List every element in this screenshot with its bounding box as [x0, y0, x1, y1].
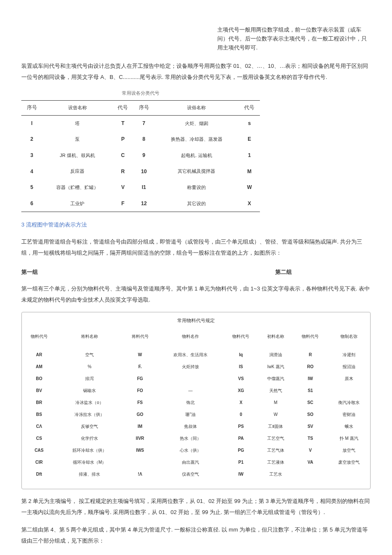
table-row: BS冷冻拉水（供）GO珊"油0WSO密财油 [22, 409, 370, 421]
table-cell: 0 [224, 409, 258, 421]
t2-h7: 物制名弥 [328, 328, 370, 349]
table-cell: 工艺空气 [258, 433, 293, 445]
table-cell: 饰北 [157, 397, 223, 409]
paragraph-1: 装置或车间代号和主项代号由设计总负责人在开工报告中给定；设备顺序号用两位数字 0… [21, 61, 371, 83]
t1-h4: 设俗名称 [154, 101, 239, 116]
table-cell: AR [22, 349, 56, 361]
table-cell: 扑 M 蒸汽 [328, 433, 370, 445]
table-cell: 放空气 [328, 445, 370, 456]
table-cell: 工艺气体 [258, 445, 293, 456]
table-cell: CIR [22, 456, 56, 468]
table-cell: RO [293, 361, 328, 373]
table-cell: IW [293, 373, 328, 385]
table-cell: SV [293, 421, 328, 433]
table-cell: 9 [133, 148, 154, 164]
t2-h2: 将料代号 [123, 328, 157, 349]
table-row: BV锅喻水FO—XG天然气S1 [22, 385, 370, 397]
table-cell: 冷冰盐水（o） [56, 397, 122, 409]
table-cell: 排泻 [56, 373, 122, 385]
group1-label: 第一组 [21, 267, 196, 277]
table-cell: M [258, 397, 293, 409]
table-cell: 反应器 [42, 164, 112, 180]
table-row: I塔T7火炬、烟囱s [21, 115, 260, 131]
table-row: CS化学拧水IIVR热水（同）PA工艺空气TS扑 M 蒸汽 [22, 433, 370, 445]
t2-h5: 初料名称 [258, 328, 293, 349]
table-cell: AM [22, 361, 56, 373]
table-cell: S1 [293, 385, 328, 397]
t2-h3: 物料名作 [157, 328, 223, 349]
table-cell: FG [123, 373, 157, 385]
table-cell: 原木 [328, 373, 370, 385]
table-cell: IW [224, 468, 258, 480]
group2-label: 第二组 [196, 267, 371, 277]
table-cell: 化学拧水 [56, 433, 122, 445]
table-cell: 工Ⅱ固体 [258, 421, 293, 433]
table-cell: 天然气 [258, 385, 293, 397]
table-cell: 工业炉 [42, 196, 112, 212]
table-cell: 起电机. 运输机 [154, 148, 239, 164]
table-cell [157, 373, 223, 385]
table-cell: 欢用水、生活用水 [157, 349, 223, 361]
paragraph-2: 工艺管道用管道组合号标注，管道组合号由四部分组成，即管道号（或管段号，由三个单元… [21, 236, 371, 259]
table-cell: 润滑油 [258, 349, 293, 361]
table-cell: 7 [133, 115, 154, 131]
table-cell: 焦叔体 [157, 421, 223, 433]
t1-h1: 设曾名称 [42, 101, 112, 116]
table-row: AM%F.火炬掉放ISIwK 蒸汽RO报沼油 [22, 361, 370, 373]
table2-container: 常用物料代号规定 物料代号 将料名称 将料代号 物料名作 物料代号 初料名称 物… [21, 312, 371, 489]
table-cell: 报沼油 [328, 361, 370, 373]
table-row: 5容器（贮槽、贮罐）VI1称量设的W [21, 180, 260, 196]
table-cell: 珊"油 [157, 409, 223, 421]
table-cell: Iq [224, 349, 258, 361]
table-cell: 1 [239, 148, 260, 164]
table-cell: W [239, 180, 260, 196]
table-cell: 其它设的 [154, 196, 239, 212]
table-cell: 10 [133, 164, 154, 180]
table-cell: JR 煤机、鼓风机 [42, 148, 112, 164]
t2-h0: 物料代号 [22, 328, 56, 349]
table-cell [123, 456, 157, 468]
table-cell: 泵 [42, 131, 112, 148]
table-cell: 3 [21, 148, 42, 164]
table-cell: IWS [123, 445, 157, 456]
table-cell: 仪表空气 [157, 468, 223, 480]
table-cell: I [21, 115, 42, 131]
table-cell: PA [224, 433, 258, 445]
table-cell: 塔 [42, 115, 112, 131]
table-cell: 火炬、烟囱 [154, 115, 239, 131]
table-cell: BV [22, 385, 56, 397]
table-cell: 8 [133, 131, 154, 148]
table-cell: R [293, 349, 328, 361]
table-cell: FO [123, 385, 157, 397]
table-cell: CAS [22, 445, 56, 456]
table-cell: 工艺水 [258, 468, 293, 480]
table-cell: R [112, 164, 133, 180]
top-note: 主项代号一般用两位数字组成，前一位数字表示装置（或车间）代号。后一位数字表示主项… [217, 26, 371, 52]
table-cell: IS [224, 361, 258, 373]
table-cell [328, 385, 370, 397]
table-cell: % [56, 361, 122, 373]
table-cell: IM [123, 421, 157, 433]
paragraph-5: 第二组由第 4、第 5 两个单元组成，其中第 4 单元为管道尺寸. 一般标注公称… [21, 524, 371, 546]
table-cell: 反够空气 [56, 421, 122, 433]
table-row: BO排泻FGVS中馏蒸汽IW原木 [22, 373, 370, 385]
table-cell: 冷灌剂 [328, 349, 370, 361]
table-cell: GO [123, 409, 157, 421]
table-row: 4反应器R10其它机械及搅拌器M [21, 164, 260, 180]
t2-h1: 将料名称 [56, 328, 122, 349]
table-cell: TS [293, 433, 328, 445]
table-cell: 热水（同） [157, 433, 223, 445]
table-cell: — [157, 385, 223, 397]
table-cell: 冷冻拉水（供） [56, 409, 122, 421]
table-cell: Dft [22, 468, 56, 480]
table-cell: !Λ [123, 468, 157, 480]
paragraph-3: 第一组有三个单元，分别为物料代号、主项编号及管道顺序号。其中第 1 单元为物料代… [21, 283, 371, 305]
table-cell: F [112, 196, 133, 212]
table-cell: 衡汽冷敢水 [328, 397, 370, 409]
table-cell: IwK 蒸汽 [258, 361, 293, 373]
t1-h0: 序号 [21, 101, 42, 116]
table-cell: SC [293, 397, 328, 409]
table-cell: 锅喻水 [56, 385, 122, 397]
table-row: CΛ反够空气IM焦叔体PS工Ⅱ固体SV蛾水 [22, 421, 370, 433]
t1-h3: 序号 [133, 101, 154, 116]
